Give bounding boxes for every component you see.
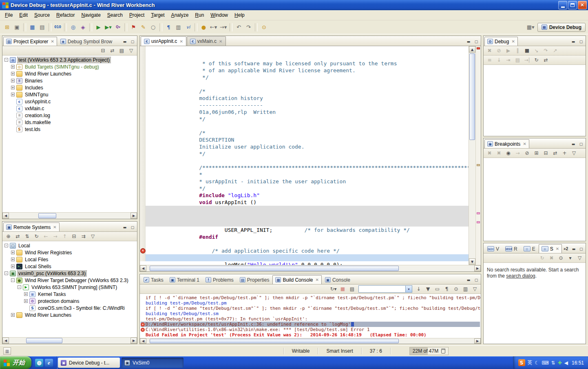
line-annotation-ruler[interactable] bbox=[140, 116, 146, 122]
refresh-search-icon[interactable]: ↻ bbox=[538, 254, 546, 262]
line-annotation-ruler[interactable] bbox=[140, 254, 146, 261]
export-connections-icon[interactable]: ⇄ bbox=[13, 233, 22, 240]
exchange-icon[interactable]: ⇄ bbox=[542, 56, 550, 64]
close-icon[interactable]: ✕ bbox=[179, 39, 183, 44]
tree-item[interactable]: c vxMain.c bbox=[2, 105, 137, 112]
horizontal-scrollbar[interactable]: ◀ ▶ bbox=[2, 337, 137, 344]
expand-toggle-icon[interactable]: - bbox=[18, 285, 21, 289]
horizontal-scrollbar[interactable]: ◀ ▶ bbox=[140, 265, 481, 271]
line-annotation-ruler[interactable] bbox=[140, 233, 146, 240]
tree-item[interactable]: + Wind River Launches bbox=[2, 70, 137, 77]
expand-toggle-icon[interactable]: + bbox=[11, 72, 15, 76]
line-annotation-ruler[interactable] bbox=[140, 102, 146, 109]
stop-build-icon[interactable]: ■ bbox=[338, 285, 347, 293]
menu-item[interactable]: Search bbox=[104, 11, 126, 20]
refresh-console-icon[interactable]: ↻▾ bbox=[329, 285, 338, 293]
scroll-left-icon[interactable]: ◀ bbox=[140, 265, 146, 271]
tab-registers[interactable]: 1010 R bbox=[502, 244, 520, 253]
view-menu-icon[interactable]: ▽ bbox=[570, 149, 578, 157]
print-console-icon[interactable]: ▤ bbox=[348, 285, 356, 293]
scroll-left-icon[interactable]: ◀ bbox=[2, 338, 9, 344]
refresh-icon[interactable]: ↻ bbox=[32, 233, 41, 240]
forward-icon[interactable]: →▾ bbox=[219, 22, 228, 32]
scrollbar-thumb[interactable] bbox=[150, 339, 399, 343]
show-full-paths-icon[interactable]: ▤ bbox=[513, 56, 522, 64]
line-annotation-ruler[interactable] bbox=[140, 88, 146, 95]
menu-item[interactable]: Source bbox=[31, 11, 53, 20]
edit-pencil-icon[interactable]: ✎ bbox=[139, 22, 148, 32]
terminate-icon[interactable]: ■ bbox=[523, 47, 531, 55]
back-icon[interactable]: ← bbox=[42, 233, 50, 240]
minimize-view-icon[interactable]: ▬ bbox=[570, 38, 577, 45]
separator[interactable] bbox=[124, 23, 127, 31]
console-line[interactable]: if [ ! -d "`dirname test-pm/Debug/test.p… bbox=[141, 295, 480, 300]
expand-toggle-icon[interactable]: + bbox=[11, 258, 15, 261]
use-step-filters-icon[interactable]: ⇥ bbox=[504, 56, 513, 64]
expand-toggle-icon[interactable]: + bbox=[11, 65, 15, 69]
console-line[interactable]: test-pm/Debug/test.pm (test+0x77): In fu… bbox=[141, 316, 480, 322]
drop-to-frame-icon[interactable]: ↓ bbox=[495, 56, 503, 64]
search-icon[interactable]: ◎ bbox=[69, 22, 78, 32]
horizontal-scrollbar[interactable]: ◀ ▶ bbox=[140, 338, 481, 344]
tree-item[interactable]: + ≣ Binaries bbox=[2, 77, 137, 84]
scroll-left-icon[interactable]: ◀ bbox=[2, 213, 9, 219]
view-menu-icon[interactable]: ▽ bbox=[88, 233, 97, 240]
line-annotation-ruler[interactable] bbox=[140, 95, 146, 102]
sogou-ime-icon[interactable]: S bbox=[518, 359, 525, 366]
tree-item[interactable]: + Includes bbox=[2, 84, 137, 91]
line-annotation-ruler[interactable] bbox=[140, 178, 146, 185]
tree-item[interactable]: S coreOS.sm:0x3 - Symbol file: C:/WindRi bbox=[2, 305, 137, 311]
tab-problems[interactable]: ! Problems bbox=[203, 275, 237, 284]
quick-launch-media-icon[interactable]: ◍ bbox=[35, 359, 43, 367]
import-connections-icon[interactable]: ⇅ bbox=[23, 233, 31, 240]
tab-tasks[interactable]: ✔ Tasks bbox=[141, 275, 166, 284]
tree-item[interactable]: - ▢ Local bbox=[2, 242, 137, 249]
vertical-scrollbar[interactable]: ▲ ▼ bbox=[469, 46, 475, 265]
occurrence-mark[interactable] bbox=[477, 212, 480, 214]
separator[interactable] bbox=[195, 23, 197, 31]
line-annotation-ruler[interactable] bbox=[140, 206, 146, 213]
moon-icon[interactable]: ☾ bbox=[535, 360, 539, 366]
watch-icon[interactable]: ○ bbox=[148, 22, 158, 32]
go-to-file-icon[interactable]: → bbox=[513, 149, 522, 157]
line-annotation-ruler[interactable] bbox=[140, 60, 146, 67]
suspend-icon[interactable]: ‖ bbox=[513, 47, 522, 55]
show-supported-breakpoints-icon[interactable]: ◉ bbox=[504, 149, 513, 157]
close-icon[interactable]: ✕ bbox=[53, 225, 56, 229]
tree-item[interactable]: - ⌂ test (VxWorks 653 2.3 Application Pr… bbox=[2, 56, 137, 63]
menu-item[interactable]: Navigate bbox=[78, 11, 104, 20]
scroll-right-icon[interactable]: ▶ bbox=[474, 338, 481, 344]
minimize-view-icon[interactable]: ▬ bbox=[121, 38, 128, 45]
vi-mode-icon[interactable]: vi bbox=[183, 22, 193, 32]
error-mark[interactable] bbox=[477, 47, 480, 49]
collapse-all-icon[interactable]: ⊟ bbox=[99, 47, 107, 55]
project-tree[interactable]: - ⌂ test (VxWorks 653 2.3 Application Pr… bbox=[2, 56, 137, 212]
console-line[interactable]: C:\WindRiver\utilities-1.0\x86-win32\bin… bbox=[141, 327, 480, 332]
new-breakpoint-icon[interactable]: ⚑ bbox=[129, 22, 138, 32]
line-annotation-ruler[interactable] bbox=[140, 129, 146, 136]
clock[interactable]: 16:51 bbox=[572, 360, 584, 366]
tree-item[interactable]: ≡ lds.makefile bbox=[2, 119, 137, 126]
run-to-line-icon[interactable]: →| bbox=[523, 56, 531, 64]
scrollbar-thumb[interactable] bbox=[38, 213, 57, 218]
console-line[interactable]: Build Failed in Project 'test' (Process … bbox=[141, 332, 480, 338]
line-annotation-ruler[interactable] bbox=[140, 150, 146, 157]
taskbar-task-button[interactable]: ▣ Device Debug - t... bbox=[58, 358, 120, 368]
line-annotation-ruler[interactable] bbox=[140, 213, 146, 220]
back-icon[interactable]: ←▾ bbox=[209, 22, 218, 32]
tab-console[interactable]: ▣ Console bbox=[322, 275, 353, 284]
tab-properties[interactable]: ▤ Properties bbox=[237, 275, 272, 284]
expand-all-icon[interactable]: ⊞ bbox=[532, 149, 541, 157]
tab-project-explorer[interactable]: ▨ Project Explorer ✕ bbox=[3, 37, 57, 46]
console-line[interactable]: D:/WindRiver/workspace/test/usrAppInit.c… bbox=[141, 322, 480, 327]
tab-terminal-1[interactable]: ▣ Terminal 1 bbox=[167, 275, 202, 284]
collapse-all-icon[interactable]: ⊟ bbox=[70, 233, 78, 240]
menu-item[interactable]: Window bbox=[207, 11, 231, 20]
new-wizard-icon[interactable]: ⊞ bbox=[2, 22, 12, 32]
block-selection-icon[interactable]: ▥ bbox=[174, 22, 183, 32]
scroll-right-icon[interactable]: ▶ bbox=[130, 213, 137, 219]
binary-console-icon[interactable]: 010 bbox=[53, 22, 62, 32]
up-icon[interactable]: ↑ bbox=[60, 233, 69, 240]
editor-tab[interactable]: c usrAppInit.c ✕ bbox=[141, 36, 186, 46]
view-menu-icon[interactable]: ▽ bbox=[471, 285, 479, 293]
